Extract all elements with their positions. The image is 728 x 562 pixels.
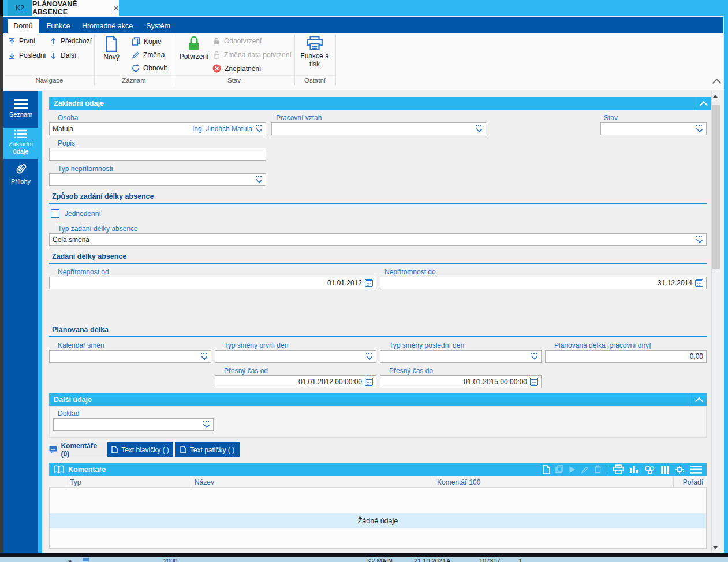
first-record-button[interactable]: První: [8, 37, 35, 45]
invalidate-button[interactable]: Zneplatnění: [212, 64, 261, 73]
comments-table-header-row: [49, 476, 707, 488]
comment-icon: [49, 446, 57, 454]
calendar-icon[interactable]: [365, 279, 373, 287]
lock-green-icon: [186, 36, 201, 51]
tab-text-paticky[interactable]: Text patičky ( ): [175, 442, 240, 457]
document-icon: [111, 446, 118, 453]
kalendar-smen-field[interactable]: [49, 350, 211, 363]
sidebar-item-seznam[interactable]: Seznam: [3, 96, 38, 128]
typ-zadani-field[interactable]: Celá směna: [49, 233, 707, 246]
menu-icon[interactable]: [690, 466, 702, 474]
calendar-icon[interactable]: [530, 378, 538, 386]
scroll-up-button[interactable]: [713, 95, 718, 98]
dropdown-icon[interactable]: [255, 125, 263, 132]
tab-planovane-absence[interactable]: PLÁNOVANÉ ABSENCE ✕: [32, 0, 119, 16]
field-label-typ-nepritomnosti: Typ nepřítomnosti: [58, 165, 113, 173]
group-label-divider: [5, 75, 335, 76]
jednodenni-checkbox[interactable]: [51, 209, 59, 218]
column-separator: [434, 477, 434, 487]
popis-field[interactable]: [49, 148, 266, 161]
field-label-doklad: Doklad: [58, 410, 79, 418]
menu-tab-hromadne-akce[interactable]: Hromadné akce: [79, 19, 136, 33]
dropdown-icon[interactable]: [255, 176, 263, 183]
refresh-button[interactable]: Obnovit: [132, 64, 167, 72]
column-header-nazev[interactable]: Název: [195, 478, 214, 486]
window-accent-strip: [724, 0, 728, 557]
planovana-delka-field[interactable]: 0,00: [545, 350, 707, 363]
dropdown-icon[interactable]: [203, 421, 210, 428]
panel-header-dalsi-udaje: Další údaje: [49, 393, 707, 406]
column-header-poradi[interactable]: Pořadí: [677, 478, 703, 486]
column-separator: [191, 477, 191, 487]
nepritomnost-do-field[interactable]: 31.12.2014: [380, 277, 707, 289]
tab-komentare[interactable]: Komentáře (0): [49, 442, 106, 457]
edit-comment-icon: [581, 466, 589, 474]
settings-gear-icon[interactable]: [675, 465, 685, 474]
tab-k2[interactable]: K2: [8, 0, 32, 16]
list-icon: [3, 129, 38, 138]
group-label-zaznam: Záznam: [94, 77, 174, 84]
sidebar-item-zakladni-udaje[interactable]: Základní údaje: [3, 128, 38, 159]
new-comment-icon[interactable]: [543, 465, 550, 474]
lock-gray-icon: [212, 37, 221, 45]
confirm-button[interactable]: Potvrzení: [177, 36, 211, 61]
column-separator: [66, 477, 66, 487]
dropdown-icon[interactable]: [531, 353, 538, 360]
next-record-button[interactable]: Další: [50, 51, 76, 59]
menu-tab-funkce[interactable]: Funkce: [42, 19, 75, 33]
empty-data-row: Žádné údaje: [50, 513, 706, 528]
last-record-button[interactable]: Poslední: [8, 51, 46, 59]
window-bottom-border: [0, 553, 728, 557]
column-header-komentar[interactable]: Komentář 100: [437, 478, 480, 486]
typ-smeny-prvni-field[interactable]: [215, 350, 376, 363]
chart-icon[interactable]: [629, 465, 639, 474]
arrow-last-icon: [8, 52, 16, 59]
new-record-button[interactable]: Nový: [97, 36, 126, 62]
field-label-pracovni-vztah: Pracovní vztah: [276, 114, 322, 122]
osoba-display-name[interactable]: Ing. Jindřich Matula: [192, 125, 252, 133]
field-label-presny-cas-od: Přesný čas od: [224, 367, 268, 375]
osoba-field[interactable]: Matula Ing. Jindřich Matula: [49, 122, 266, 135]
calendar-icon[interactable]: [695, 279, 703, 287]
columns-icon[interactable]: [660, 465, 670, 474]
menu-tab-system[interactable]: Systém: [140, 19, 177, 33]
field-label-nepritomnost-do: Nepřítomnost do: [384, 268, 436, 276]
dropdown-icon[interactable]: [365, 353, 373, 360]
edit-record-button[interactable]: Změna: [132, 51, 165, 59]
copy-record-button[interactable]: Kopie: [132, 37, 162, 46]
dropdown-icon[interactable]: [475, 125, 483, 132]
functions-print-button[interactable]: Funkce a tisk: [296, 36, 333, 69]
presny-cas-od-field[interactable]: 01.01.2012 00:00:00: [215, 375, 376, 388]
doklad-field[interactable]: [53, 418, 214, 431]
scroll-down-button[interactable]: [713, 546, 718, 549]
column-header-typ[interactable]: Typ: [70, 478, 81, 486]
panel-collapse-button[interactable]: [690, 393, 702, 406]
stav-field[interactable]: [600, 122, 707, 135]
section-rule: [49, 203, 707, 204]
typ-smeny-posledni-field[interactable]: [380, 350, 542, 363]
presny-cas-do-field[interactable]: 01.01.2015 00:00:00: [380, 375, 542, 388]
nepritomnost-od-field[interactable]: 01.01.2012: [49, 277, 376, 289]
print-icon[interactable]: [613, 464, 624, 475]
invalidate-x-icon: [212, 64, 221, 73]
section-title-planovana: Plánovaná délka: [52, 326, 109, 334]
calendar-icon[interactable]: [365, 378, 373, 386]
delete-icon: [594, 465, 602, 474]
dropdown-icon[interactable]: [696, 236, 703, 243]
field-label-osoba: Osoba: [58, 114, 78, 122]
gears-icon[interactable]: [644, 465, 655, 474]
previous-record-button[interactable]: Předchozí: [50, 37, 92, 45]
scrollbar-thumb[interactable]: [712, 105, 720, 269]
menu-tab-domu[interactable]: Domů: [8, 19, 39, 33]
panel-collapse-button[interactable]: [695, 97, 707, 110]
dropdown-icon[interactable]: [200, 353, 208, 360]
field-label-typ-smeny-posledni: Typ směny poslední den: [389, 341, 464, 349]
sidebar-item-prilohy[interactable]: Přílohy: [3, 159, 38, 192]
dropdown-icon[interactable]: [696, 125, 703, 132]
typ-nepritomnosti-field[interactable]: [49, 173, 266, 186]
book-icon: [54, 465, 64, 474]
copy-icon: [132, 37, 140, 46]
close-icon[interactable]: ✕: [113, 4, 119, 12]
pracovni-vztah-field[interactable]: [271, 122, 486, 135]
tab-text-hlavicky[interactable]: Text hlavičky ( ): [107, 442, 173, 457]
